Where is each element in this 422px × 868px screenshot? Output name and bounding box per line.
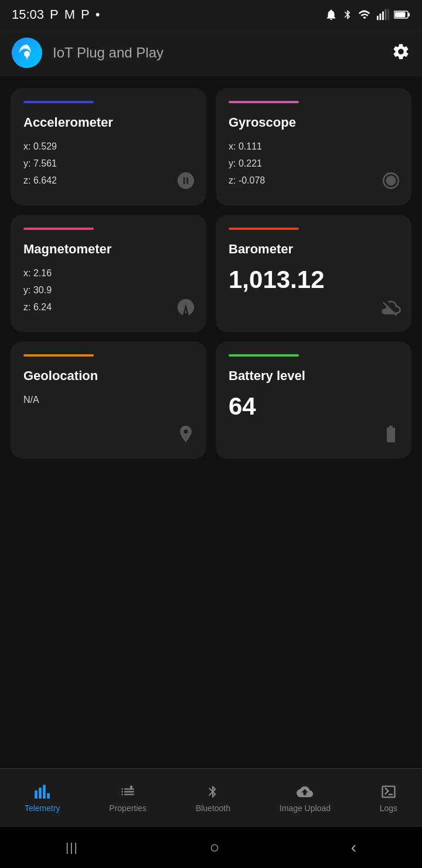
- svg-rect-11: [39, 788, 42, 799]
- svg-rect-13: [47, 793, 50, 798]
- magnetometer-title: Magnetometer: [23, 242, 193, 257]
- nav-logs[interactable]: Logs: [373, 778, 404, 819]
- svg-rect-7: [395, 12, 406, 18]
- gyroscope-title: Gyroscope: [229, 115, 399, 130]
- battery-accent-line: [229, 354, 299, 357]
- nav-bluetooth[interactable]: Bluetooth: [189, 778, 237, 819]
- app-title: IoT Plug and Play: [53, 45, 381, 61]
- wifi-icon: [358, 8, 372, 21]
- gyroscope-icon: [381, 171, 401, 195]
- sensor-card-barometer[interactable]: Barometer1,013.12: [216, 215, 411, 332]
- cloud-upload-icon: [297, 784, 313, 800]
- accelerometer-accent-line: [23, 101, 94, 103]
- geolocation-icon: [176, 424, 196, 448]
- sensor-card-accelerometer[interactable]: Accelerometerx: 0.529y: 7.561z: 6.642: [11, 88, 206, 205]
- android-home-button[interactable]: ○: [210, 838, 220, 857]
- accelerometer-values: x: 0.529y: 7.561z: 6.642: [23, 138, 193, 189]
- nav-properties[interactable]: Properties: [102, 778, 154, 819]
- nav-properties-label: Properties: [109, 803, 147, 813]
- bottom-nav: Telemetry Properties Bluetooth Image Upl…: [0, 768, 422, 827]
- svg-rect-10: [35, 790, 38, 798]
- status-p1: P: [50, 7, 59, 22]
- geolocation-accent-line: [23, 354, 94, 357]
- battery-icon: [381, 424, 401, 448]
- nav-image-upload-label: Image Upload: [280, 803, 331, 813]
- status-bar-left: 15:03 P M P •: [12, 7, 100, 22]
- status-time: 15:03: [12, 7, 44, 22]
- bar-chart-icon: [34, 784, 50, 800]
- svg-rect-6: [408, 13, 410, 16]
- sensor-card-battery[interactable]: Battery level64: [216, 341, 411, 459]
- bluetooth-status-icon: [342, 8, 353, 21]
- accelerometer-icon: [176, 171, 196, 195]
- gear-icon: [392, 42, 410, 61]
- svg-rect-12: [43, 785, 46, 798]
- sensor-card-gyroscope[interactable]: Gyroscopex: 0.111y: 0.221z: -0.078: [216, 88, 411, 205]
- gyroscope-accent-line: [229, 101, 299, 103]
- signal-icon: [376, 8, 389, 21]
- svg-rect-3: [385, 9, 387, 20]
- svg-rect-0: [377, 16, 379, 20]
- geolocation-values: N/A: [23, 392, 193, 409]
- barometer-icon: [381, 297, 401, 321]
- nav-logs-label: Logs: [380, 803, 397, 813]
- svg-point-8: [24, 51, 30, 57]
- sensor-grid: Accelerometerx: 0.529y: 7.561z: 6.642Gyr…: [0, 76, 422, 768]
- battery-title: Battery level: [229, 368, 399, 384]
- terminal-icon: [380, 784, 397, 800]
- nav-telemetry-label: Telemetry: [25, 803, 60, 813]
- magnetometer-accent-line: [23, 228, 94, 230]
- sensor-card-geolocation[interactable]: GeolocationN/A: [11, 341, 206, 459]
- magnetometer-values: x: 2.16y: 30.9z: 6.24: [23, 265, 193, 316]
- nav-bluetooth-label: Bluetooth: [196, 803, 230, 813]
- magnetometer-icon: [176, 297, 196, 321]
- status-dot: •: [96, 7, 100, 22]
- geolocation-title: Geolocation: [23, 368, 193, 384]
- barometer-values: 1,013.12: [229, 265, 399, 294]
- nav-telemetry[interactable]: Telemetry: [18, 778, 67, 819]
- status-m: M: [64, 7, 75, 22]
- app-logo: [12, 38, 42, 68]
- status-bar-right: [325, 8, 410, 21]
- settings-button[interactable]: [392, 42, 410, 63]
- status-p2: P: [81, 7, 90, 22]
- alarm-icon: [325, 8, 338, 21]
- app-header: IoT Plug and Play: [0, 29, 422, 76]
- gyroscope-values: x: 0.111y: 0.221z: -0.078: [229, 138, 399, 189]
- svg-rect-2: [382, 12, 384, 21]
- android-recents-button[interactable]: |||: [66, 841, 79, 855]
- status-bar: 15:03 P M P •: [0, 0, 422, 29]
- battery-status-icon: [394, 8, 410, 21]
- battery-values: 64: [229, 392, 399, 421]
- logo-icon: [18, 43, 36, 62]
- android-back-button[interactable]: ‹: [351, 838, 356, 857]
- barometer-accent-line: [229, 228, 299, 230]
- svg-rect-4: [387, 9, 389, 20]
- barometer-title: Barometer: [229, 242, 399, 257]
- accelerometer-title: Accelerometer: [23, 115, 193, 130]
- svg-rect-1: [380, 13, 382, 20]
- sensor-card-magnetometer[interactable]: Magnetometerx: 2.16y: 30.9z: 6.24: [11, 215, 206, 332]
- svg-marker-9: [26, 56, 28, 60]
- properties-icon: [120, 784, 136, 800]
- android-nav: ||| ○ ‹: [0, 827, 422, 868]
- nav-image-upload[interactable]: Image Upload: [273, 778, 338, 819]
- bluetooth-nav-icon: [206, 784, 220, 800]
